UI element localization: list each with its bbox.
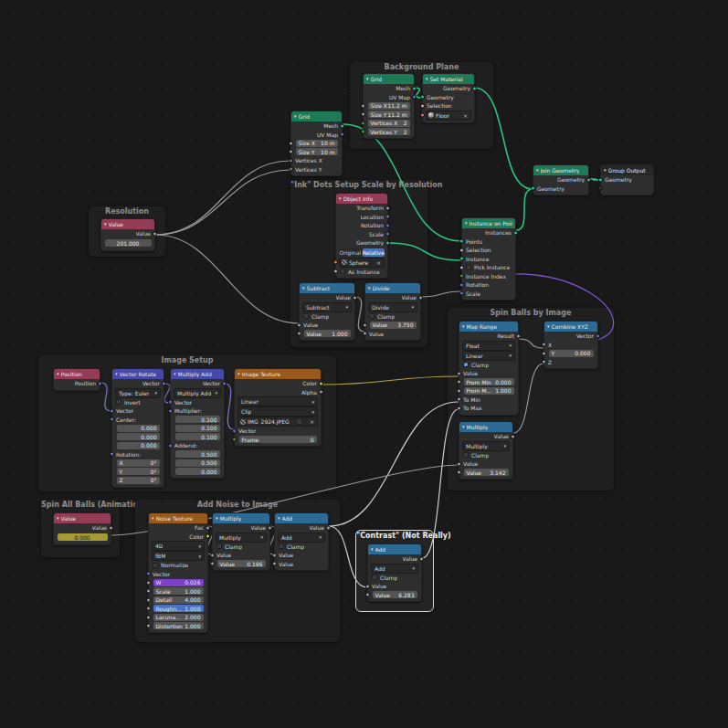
socket-input[interactable] (289, 167, 293, 172)
node-header[interactable]: ▾Group Output (601, 165, 653, 175)
socket-input[interactable] (168, 400, 173, 405)
socket-input[interactable] (232, 438, 237, 442)
socket-input[interactable] (598, 186, 603, 191)
socket-output[interactable] (109, 525, 113, 530)
field-distortion[interactable]: Distortion1.000 (153, 622, 204, 629)
node-header[interactable]: ▾Divide (365, 283, 420, 293)
socket-output[interactable] (385, 223, 390, 227)
socket-input[interactable] (289, 141, 293, 145)
socket-input[interactable] (531, 186, 535, 191)
dropdown-clip[interactable]: Clip▾ (237, 406, 318, 417)
checkbox-invert[interactable] (116, 399, 121, 405)
field-z[interactable]: Z0° (117, 477, 160, 484)
dropdown-type-euler[interactable]: Type: Euler▾ (115, 388, 161, 398)
socket-input[interactable] (542, 360, 546, 364)
collapse-chevron-icon[interactable]: ▾ (426, 77, 428, 81)
socket-input[interactable] (110, 408, 114, 413)
checkbox-pick-instance[interactable] (466, 265, 471, 270)
dropdown-linear[interactable]: Linear▾ (462, 351, 515, 361)
vector-component-field[interactable]: 0.100 (175, 416, 220, 423)
vector-component-field[interactable]: 0.000 (117, 425, 160, 432)
socket-input[interactable] (457, 397, 461, 402)
socket-output[interactable] (419, 556, 424, 561)
socket-input[interactable] (297, 332, 301, 336)
node-value-resolution[interactable]: ▾ValueValue201.000 (100, 218, 155, 251)
toggle-option-relative[interactable]: Relative (363, 248, 385, 257)
node-header[interactable]: ▾Instance on Points (462, 218, 515, 228)
socket-output[interactable] (385, 232, 390, 237)
field-size-x[interactable]: Size X11.2 m (368, 102, 410, 110)
collapse-chevron-icon[interactable]: ▾ (57, 516, 59, 521)
socket-input[interactable] (457, 406, 461, 410)
socket-input[interactable] (542, 351, 546, 355)
collapse-chevron-icon[interactable]: ▾ (174, 372, 176, 376)
x-icon[interactable]: × (462, 112, 469, 119)
node-header[interactable]: ▾Set Material (423, 74, 474, 84)
node-math-add-noise[interactable]: ▾AddValueAdd▾ClampValueValue (274, 512, 329, 571)
node-combine-xyz[interactable]: ▾Combine XYZVectorXY0.000Z (543, 321, 598, 369)
field-from-min[interactable]: From Min0.000 (464, 378, 514, 385)
collapse-chevron-icon[interactable]: ▾ (604, 168, 607, 173)
vector-component-field[interactable]: 0.100 (175, 433, 220, 440)
socket-output[interactable] (268, 525, 272, 530)
socket-input[interactable] (146, 597, 151, 602)
field-value[interactable]: Value3.750 (370, 322, 417, 329)
value-slider[interactable]: 0.000 (58, 533, 108, 541)
collapse-chevron-icon[interactable]: ▾ (366, 77, 369, 81)
collapse-chevron-icon[interactable]: ▾ (462, 425, 465, 429)
node-editor-canvas[interactable]: Background PlaneResolution"Ink" Dots Set… (0, 0, 728, 728)
field-size-x[interactable]: Size X10 m (296, 140, 338, 147)
socket-input[interactable] (289, 158, 293, 163)
socket-input[interactable] (365, 584, 370, 588)
socket-output[interactable] (326, 525, 331, 530)
socket-input[interactable] (146, 624, 151, 628)
node-header[interactable]: ▾Grid (364, 74, 414, 84)
toggle-option-original[interactable]: Original (339, 248, 362, 257)
socket-input[interactable] (272, 562, 277, 566)
collapse-chevron-icon[interactable]: ▾ (104, 222, 107, 227)
dropdown-linear[interactable]: Linear▾ (237, 396, 318, 406)
socket-input[interactable] (210, 553, 215, 557)
collapse-chevron-icon[interactable]: ▾ (152, 516, 154, 521)
node-multiply-add[interactable]: ▾Multiply AddVectorMultiply Add▾VectorMu… (170, 368, 225, 479)
collapse-chevron-icon[interactable]: ▾ (237, 372, 240, 376)
node-value-spin[interactable]: ▾ValueValue0.000 (53, 512, 111, 545)
node-header[interactable]: ▾Image Texture (235, 369, 321, 379)
object-field-sphere[interactable]: Sphere× (339, 258, 385, 268)
socket-output[interactable] (385, 206, 390, 210)
checkbox-clamp[interactable]: ✓ (463, 362, 469, 367)
socket-output[interactable] (412, 95, 417, 100)
socket-input[interactable] (598, 177, 603, 182)
checkbox-normalize[interactable] (153, 563, 158, 568)
vector-component-field[interactable]: 0.000 (175, 468, 220, 475)
socket-input[interactable] (361, 121, 365, 125)
field-vertices-x[interactable]: Vertices X2 (368, 120, 410, 127)
vector-component-field[interactable]: 0.500 (175, 450, 220, 458)
node-header[interactable]: ▾Subtract (300, 283, 354, 293)
node-math-add-contrast[interactable]: ▾AddValueAdd▾ClampValueValue6.283 (367, 543, 422, 602)
field-size-y[interactable]: Size Y10 m (296, 148, 338, 155)
socket-input[interactable] (542, 343, 546, 347)
field-w[interactable]: W0.026 (153, 579, 204, 586)
socket-input[interactable] (459, 257, 464, 261)
socket-input[interactable] (146, 607, 151, 611)
node-header[interactable]: ▾Add (275, 513, 328, 523)
node-grid-points[interactable]: ▾GridMeshUV MapSize X10 mSize Y10 mVerti… (290, 111, 343, 176)
field-size-y[interactable]: Size Y11.2 m (368, 111, 410, 118)
node-header[interactable]: ▾Position (54, 369, 100, 379)
checkbox-clamp[interactable] (463, 452, 469, 458)
collapse-chevron-icon[interactable]: ▾ (462, 324, 465, 329)
field-scale[interactable]: Scale1.000 (153, 587, 204, 595)
dropdown-4d[interactable]: 4D▾ (152, 541, 205, 551)
node-header[interactable]: ▾Multiply (213, 513, 269, 523)
socket-input[interactable] (361, 112, 365, 117)
socket-output[interactable] (516, 333, 521, 338)
socket-output[interactable] (319, 390, 323, 395)
collapse-chevron-icon[interactable]: ▾ (339, 196, 342, 201)
field-vertices-y[interactable]: Vertices Y2 (368, 128, 410, 135)
field-detail[interactable]: Detail4.000 (153, 596, 204, 604)
socket-output[interactable] (513, 230, 518, 235)
node-header[interactable]: ▾Grid (291, 111, 342, 121)
image-settings-icon[interactable] (296, 418, 302, 425)
dropdown-multiply[interactable]: Multiply▾ (462, 441, 510, 451)
